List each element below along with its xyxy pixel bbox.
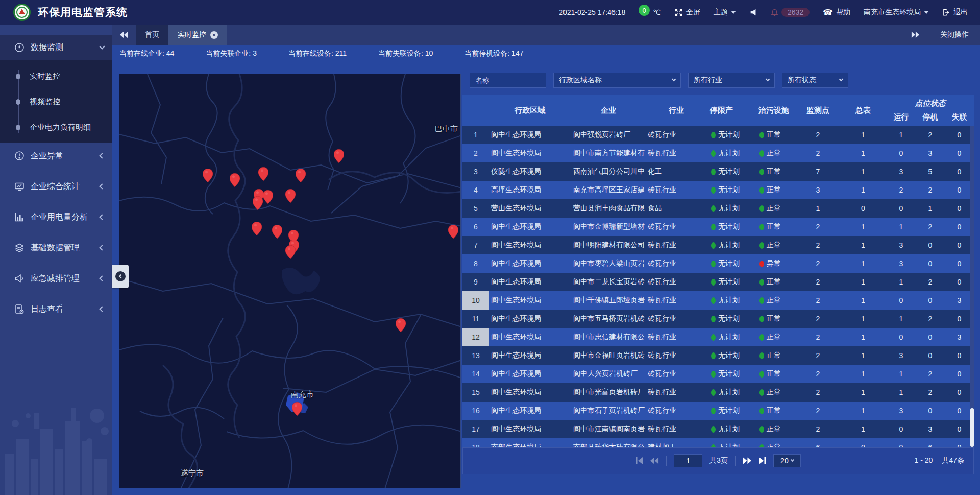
last-page-button[interactable] xyxy=(758,457,766,464)
limit-status-cell: 无计划 xyxy=(707,126,755,144)
page-number-input[interactable] xyxy=(674,454,702,467)
sidebar-item-基础数据管理[interactable]: 基础数据管理 xyxy=(0,235,112,261)
region-cell: 营山生态环境局 xyxy=(489,199,571,218)
point-status-group-label: 点位状态 xyxy=(887,95,974,108)
map-pin-icon[interactable] xyxy=(253,196,263,210)
bullet-icon xyxy=(16,125,20,130)
sidebar-item-日志查看[interactable]: 日志查看 xyxy=(0,296,112,322)
city-label-遂宁市: 遂宁市 xyxy=(181,468,204,478)
prev-page-button[interactable] xyxy=(650,457,659,464)
map-pin-icon[interactable] xyxy=(448,225,458,239)
map-pin-icon[interactable] xyxy=(203,169,213,182)
sidebar-item-应急减排管理[interactable]: 应急减排管理 xyxy=(0,266,112,291)
close-operations-button[interactable]: 关闭操作 xyxy=(940,30,969,39)
industry-select[interactable]: 所有行业 xyxy=(688,73,775,88)
table-row[interactable]: 3 仪陇生态环境局 西南油气田分公司川中 化工 无计划 正常 7 1 3 5 0 xyxy=(462,162,974,181)
status-dot xyxy=(760,150,764,157)
notifications[interactable]: 2632 xyxy=(771,8,810,17)
sidebar-subitem-实时监控[interactable]: 实时监控 xyxy=(0,63,112,89)
scrollbar-thumb[interactable] xyxy=(970,408,974,447)
table-row[interactable]: 17 阆中生态环境局 阆中市江南镇阆南页岩 砖瓦行业 无计划 正常 2 1 0 … xyxy=(462,420,974,438)
region-cell: 阆中生态环境局 xyxy=(489,383,571,402)
map-pin-icon[interactable] xyxy=(334,149,344,163)
table-row[interactable]: 7 阆中生态环境局 阆中明阳建材有限公司 砖瓦行业 无计划 正常 2 1 3 0… xyxy=(462,236,974,254)
name-search-input[interactable] xyxy=(470,73,546,88)
industry-cell: 化工 xyxy=(646,162,707,181)
stopped-count-cell: 2 xyxy=(916,126,945,144)
monitor-count-cell: 2 xyxy=(796,254,840,273)
limit-status-cell: 无计划 xyxy=(707,181,755,199)
map-pin-icon[interactable] xyxy=(258,167,268,181)
tab-label: 首页 xyxy=(145,30,159,39)
stopped-count-cell: 2 xyxy=(916,273,945,291)
name-search-field[interactable] xyxy=(475,76,541,84)
table-row[interactable]: 14 阆中生态环境局 阆中大兴页岩机砖厂 砖瓦行业 无计划 正常 2 1 1 2… xyxy=(462,365,974,383)
sidebar-item-企业综合统计[interactable]: 企业综合统计 xyxy=(0,174,112,199)
table-row[interactable]: 2 阆中生态环境局 阆中市南方节能建材有 砖瓦行业 无计划 正常 2 1 0 3… xyxy=(462,144,974,162)
chevron-down-icon xyxy=(839,77,843,81)
sidebar-subitem-企业电力负荷明细[interactable]: 企业电力负荷明细 xyxy=(0,114,112,140)
monitor-count-cell: 2 xyxy=(796,273,840,291)
stats-icon xyxy=(14,181,24,192)
table-row[interactable]: 5 营山生态环境局 营山县润丰肉食品有限 食品 无计划 正常 1 0 0 1 0 xyxy=(462,199,974,218)
tabs-scroll-left-button[interactable] xyxy=(112,25,136,45)
table-row[interactable]: 15 阆中生态环境局 阆中市光富页岩机砖厂 砖瓦行业 无计划 正常 2 1 1 … xyxy=(462,383,974,402)
map-pin-icon[interactable] xyxy=(252,222,262,235)
sidebar-subitem-视频监控[interactable]: 视频监控 xyxy=(0,89,112,114)
map-pin-icon[interactable] xyxy=(285,189,296,203)
industry-cell: 砖瓦行业 xyxy=(646,365,707,383)
industry-cell: 砖瓦行业 xyxy=(646,346,707,365)
logout-button[interactable]: 退出 xyxy=(942,8,968,17)
table-row[interactable]: 9 阆中生态环境局 阆中市二龙长宝页岩砖 砖瓦行业 无计划 正常 2 1 1 2… xyxy=(462,273,974,291)
map-pin-icon[interactable] xyxy=(230,173,240,187)
company-cell: 阆中市南方节能建材有 xyxy=(571,144,646,162)
table-row[interactable]: 13 阆中生态环境局 阆中市金福旺页岩机砖 砖瓦行业 无计划 正常 2 1 3 … xyxy=(462,346,974,365)
table-row[interactable]: 12 阆中生态环境局 阆中市忠信建材有限公 砖瓦行业 无计划 正常 2 1 0 … xyxy=(462,328,974,346)
region-select[interactable]: 行政区域名称 xyxy=(553,73,681,88)
facility-status-cell: 正常 xyxy=(755,291,796,310)
tab-实时监控[interactable]: 实时监控✕ xyxy=(168,25,227,45)
company-cell: 阆中千佛镇五郎垭页岩 xyxy=(571,291,646,310)
row-index-cell: 2 xyxy=(462,144,489,162)
sidebar-item-企业异常[interactable]: 企业异常 xyxy=(0,143,112,169)
status-select[interactable]: 所有状态 xyxy=(782,73,848,88)
sidebar-item-企业用电量分析[interactable]: 企业用电量分析 xyxy=(0,204,112,230)
table-row[interactable]: 10 阆中生态环境局 阆中千佛镇五郎垭页岩 砖瓦行业 无计划 正常 2 1 0 … xyxy=(462,291,974,310)
table-row[interactable]: 18 南部生态环境局 南部县砖华太砖有限公 建材加工 无计划 正常 6 0 0 … xyxy=(462,438,974,447)
sidebar-item-数据监测[interactable]: 数据监测 xyxy=(0,35,112,60)
table-scrollbar[interactable] xyxy=(970,126,974,447)
tab-首页[interactable]: 首页 xyxy=(136,25,168,45)
map[interactable]: 巴中市南充市遂宁市 xyxy=(119,74,461,488)
meter-count-cell: 1 xyxy=(840,402,887,420)
first-page-button[interactable] xyxy=(635,457,643,464)
theme-dropdown[interactable]: 主题 xyxy=(714,8,736,17)
map-pin-icon[interactable] xyxy=(396,318,406,332)
total-pages-label: 共3页 xyxy=(709,456,728,465)
industry-cell: 砖瓦行业 xyxy=(646,420,707,438)
page-size-select[interactable]: 20 xyxy=(773,454,801,467)
map-pin-icon[interactable] xyxy=(292,402,302,416)
row-index-cell: 14 xyxy=(462,365,489,383)
status-select-value: 所有状态 xyxy=(788,76,816,85)
table-row[interactable]: 11 阆中生态环境局 阆中市五马桥页岩机砖 砖瓦行业 无计划 正常 2 1 1 … xyxy=(462,310,974,328)
user-dropdown[interactable]: 南充市生态环境局 xyxy=(864,8,929,17)
next-page-button[interactable] xyxy=(743,457,751,464)
map-pin-icon[interactable] xyxy=(272,225,282,239)
sound-button[interactable] xyxy=(749,8,757,16)
tab-close-icon[interactable]: ✕ xyxy=(210,31,218,39)
map-pin-icon[interactable] xyxy=(296,169,306,182)
map-pin-icon[interactable] xyxy=(263,190,273,204)
running-count-cell: 3 xyxy=(887,236,916,254)
help-button[interactable]: ☎ 帮助 xyxy=(823,8,850,17)
table-row[interactable]: 6 阆中生态环境局 阆中市金博瑞新型墙材 砖瓦行业 无计划 正常 2 1 1 2… xyxy=(462,218,974,236)
table-row[interactable]: 8 阆中生态环境局 阆中市枣碧大梁山页岩 砖瓦行业 无计划 异常 2 1 3 0… xyxy=(462,254,974,273)
lost-count-cell: 0 xyxy=(945,236,974,254)
tabs-scroll-right-button[interactable] xyxy=(903,31,927,38)
map-collapse-button[interactable] xyxy=(112,265,129,288)
table-row[interactable]: 16 阆中生态环境局 阆中市石子页岩机砖厂 砖瓦行业 无计划 正常 2 1 3 … xyxy=(462,402,974,420)
table-row[interactable]: 4 高坪生态环境局 南充市高坪区王家店建 砖瓦行业 无计划 正常 3 1 2 2… xyxy=(462,181,974,199)
stopped-count-cell: 2 xyxy=(916,181,945,199)
table-row[interactable]: 1 阆中生态环境局 阆中强锐页岩砖厂 砖瓦行业 无计划 正常 2 1 1 2 0 xyxy=(462,126,974,144)
map-pin-icon[interactable] xyxy=(285,245,296,259)
fullscreen-button[interactable]: 全屏 xyxy=(674,8,700,17)
